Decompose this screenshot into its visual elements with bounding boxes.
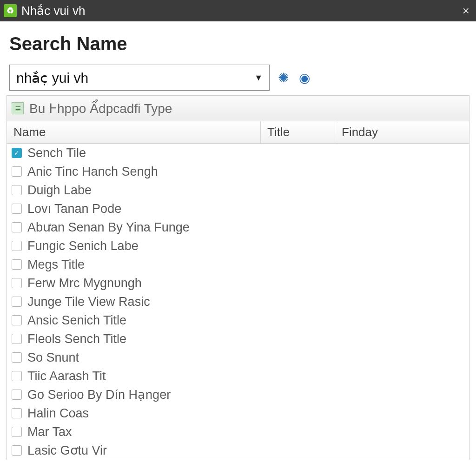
settings-button[interactable]: ✺ bbox=[275, 70, 291, 86]
row-checkbox[interactable] bbox=[12, 315, 22, 325]
row-name: Sench Tile bbox=[27, 146, 469, 160]
row-checkbox[interactable] bbox=[12, 185, 22, 195]
app-window: ♻ Nhắc vui vh × Search Name nhắc̣ yui vh… bbox=[0, 0, 476, 476]
content-area: Search Name nhắc̣ yui vh ▼ ✺ ◉ ≣ Bu Ⱶhpp… bbox=[0, 21, 476, 460]
dropdown-button[interactable]: ◉ bbox=[297, 70, 312, 86]
row-name: Anic Tinc Hanch Sengh bbox=[27, 165, 469, 179]
table-row[interactable]: Lasic Gơtu Vir bbox=[7, 441, 469, 460]
row-name: Megs Title bbox=[27, 258, 469, 272]
row-checkbox[interactable] bbox=[12, 222, 22, 232]
row-checkbox[interactable] bbox=[12, 371, 22, 381]
row-checkbox[interactable]: ✓ bbox=[12, 148, 22, 158]
search-row: nhắc̣ yui vh ▼ ✺ ◉ bbox=[9, 65, 467, 91]
row-checkbox[interactable] bbox=[12, 166, 22, 177]
table-row[interactable]: Fleols Sench Title bbox=[7, 330, 469, 348]
table-row[interactable]: Megs Title bbox=[7, 255, 469, 274]
table-row[interactable]: Go Serioo By Dín Hạnger bbox=[7, 385, 469, 404]
gear-icon: ✺ bbox=[278, 70, 289, 86]
row-checkbox[interactable] bbox=[12, 241, 22, 251]
table-row[interactable]: So Snunt bbox=[7, 348, 469, 367]
table-header: Name Title Finday bbox=[7, 121, 469, 144]
row-checkbox[interactable] bbox=[12, 278, 22, 288]
row-checkbox[interactable] bbox=[12, 259, 22, 270]
filter-label: Bu Ⱶhppo Ẩdpcadfi Type bbox=[29, 101, 172, 116]
row-name: Tiic Aarash Tit bbox=[27, 369, 469, 383]
search-combobox[interactable]: nhắc̣ yui vh ▼ bbox=[9, 65, 270, 91]
row-name: Lovı Tanan Pode bbox=[27, 202, 469, 216]
row-name: Mar Tax bbox=[27, 425, 469, 439]
row-name: Go Serioo By Dín Hạnger bbox=[27, 387, 469, 402]
app-icon: ♻ bbox=[4, 4, 17, 17]
table-row[interactable]: Mar Tax bbox=[7, 423, 469, 441]
row-name: Abưan Senan By Yina Funge bbox=[27, 220, 469, 235]
row-checkbox[interactable] bbox=[12, 390, 22, 400]
table-row[interactable]: Halin Coas bbox=[7, 404, 469, 423]
row-name: Fungic Senich Labe bbox=[27, 239, 469, 253]
search-input[interactable]: nhắc̣ yui vh bbox=[16, 70, 254, 86]
table-row[interactable]: Fungic Senich Labe bbox=[7, 237, 469, 255]
chevron-down-icon[interactable]: ▼ bbox=[254, 73, 263, 83]
table-row[interactable]: Abưan Senan By Yina Funge bbox=[7, 218, 469, 237]
table-row[interactable]: ✓Sench Tile bbox=[7, 144, 469, 162]
row-name: Duigh Labe bbox=[27, 183, 469, 198]
close-icon[interactable]: × bbox=[460, 4, 472, 18]
row-name: Halin Coas bbox=[27, 406, 469, 421]
row-name: Fleols Sench Title bbox=[27, 332, 469, 346]
table-row[interactable]: Tiic Aarash Tit bbox=[7, 367, 469, 385]
window-title: Nhắc vui vh bbox=[21, 4, 460, 18]
row-checkbox[interactable] bbox=[12, 352, 22, 363]
list-icon: ≣ bbox=[12, 102, 24, 114]
row-checkbox[interactable] bbox=[12, 297, 22, 307]
filter-toolbar[interactable]: ≣ Bu Ⱶhppo Ẩdpcadfi Type bbox=[7, 95, 469, 121]
row-checkbox[interactable] bbox=[12, 427, 22, 437]
table-body: ✓Sench TileAnic Tinc Hanch SenghDuigh La… bbox=[7, 144, 469, 460]
column-title[interactable]: Title bbox=[261, 121, 335, 143]
row-checkbox[interactable] bbox=[12, 445, 22, 456]
row-checkbox[interactable] bbox=[12, 204, 22, 214]
row-name: Ferw Mrc Mygnυngh bbox=[27, 276, 469, 291]
column-name[interactable]: Name bbox=[7, 121, 261, 143]
column-finday[interactable]: Finday bbox=[335, 121, 469, 143]
row-name: Junge Tile View Rasic bbox=[27, 295, 469, 309]
circle-down-icon: ◉ bbox=[299, 70, 310, 86]
table-row[interactable]: Duigh Labe bbox=[7, 181, 469, 199]
results-table: Name Title Finday ✓Sench TileAnic Tinc H… bbox=[7, 121, 469, 460]
table-row[interactable]: Ansic Senich Title bbox=[7, 311, 469, 330]
page-title: Search Name bbox=[9, 33, 469, 54]
row-checkbox[interactable] bbox=[12, 334, 22, 344]
table-row[interactable]: Junge Tile View Rasic bbox=[7, 292, 469, 311]
row-name: Lasic Gơtu Vir bbox=[27, 443, 469, 458]
table-row[interactable]: Lovı Tanan Pode bbox=[7, 199, 469, 218]
row-checkbox[interactable] bbox=[12, 408, 22, 418]
table-row[interactable]: Ferw Mrc Mygnυngh bbox=[7, 274, 469, 292]
row-name: Ansic Senich Title bbox=[27, 313, 469, 328]
titlebar[interactable]: ♻ Nhắc vui vh × bbox=[0, 0, 476, 21]
table-row[interactable]: Anic Tinc Hanch Sengh bbox=[7, 162, 469, 181]
row-name: So Snunt bbox=[27, 350, 469, 365]
